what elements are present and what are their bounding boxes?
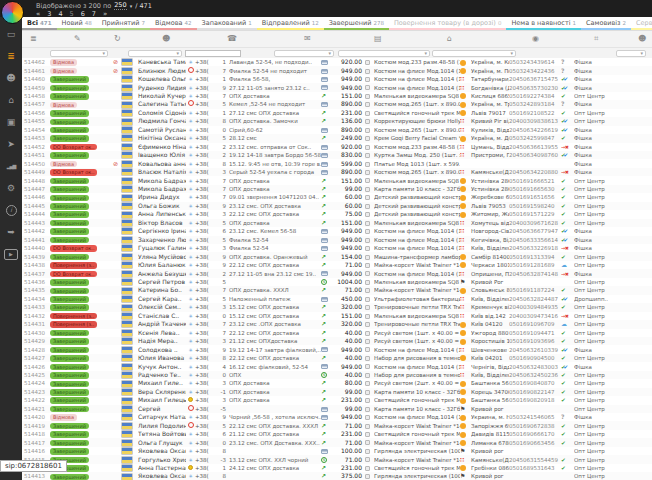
address-filter-select[interactable]: ▾ xyxy=(432,50,516,57)
manager-icon[interactable]: ☻ xyxy=(638,34,646,43)
order-row[interactable]: 514455ЗавершенийЛюдмила Гончарова✳+38(8О… xyxy=(22,117,652,125)
pager-page[interactable]: 7 xyxy=(92,10,96,18)
order-row[interactable]: 514458ЗавершенийНиколай Кучеренко✳+38(7О… xyxy=(22,92,652,100)
pager-page[interactable]: 3 xyxy=(47,10,51,18)
order-row[interactable]: 514428ЗавершенийСолодкова ..✳+38(919.12 … xyxy=(22,345,652,353)
phone-icon[interactable]: ☎ xyxy=(227,34,237,43)
order-row[interactable]: 514435ЗавершенийКатерина Бо..✳+38(7ОПХ д… xyxy=(22,286,652,294)
status-edit-icon[interactable]: ✎ xyxy=(74,34,81,43)
info-icon[interactable]: i xyxy=(0,199,22,221)
order-row[interactable]: 514443ЗавершенийВіктор Власов✳+38(5ОПХ д… xyxy=(22,219,652,227)
stats-icon[interactable]: ▂▄▆ xyxy=(0,155,22,177)
status-filter-select[interactable]: ▾ xyxy=(50,50,108,57)
tab-Всі[interactable]: Всі471 xyxy=(22,17,57,30)
tab-Повернення товару (в дорозі)[interactable]: Повернення товару (в дорозі)0 xyxy=(389,17,506,30)
order-row[interactable]: 514424ЗавершенийМихаил Гиле..✳+38(3ОПХ д… xyxy=(22,379,652,387)
pager-first-icon[interactable]: « xyxy=(36,10,40,18)
tab-Сервіси[interactable]: Сервіси0 xyxy=(631,17,652,30)
order-row[interactable]: 514449DO Возврат ок..Власюк Наталія ..✳+… xyxy=(22,168,652,176)
products-icon[interactable]: ⌂ xyxy=(447,34,452,43)
order-row[interactable]: 514462Відмова⊘Каневська Тамара ..✳+38(1Л… xyxy=(22,58,652,66)
order-row[interactable]: 514438Повернення (з..Юлия Баланюк✳+38(92… xyxy=(22,261,652,269)
sliders-icon[interactable]: ⚙ xyxy=(0,177,22,199)
order-row[interactable]: 514419ЗавершенийЛилия Подолинская+38(522… xyxy=(22,421,652,429)
send-icon[interactable]: ➤ xyxy=(0,133,22,155)
order-row[interactable]: 514441ЗавершенийЗахарченко Люба✳+38(5Фиа… xyxy=(22,236,652,244)
order-row[interactable]: 514420ВідмоваСитарчук Наталія Гр..✳+38(9… xyxy=(22,413,652,421)
order-row[interactable]: 514414ЗавершенийАнна Пастернак+38(124.12… xyxy=(22,464,652,472)
order-row[interactable]: 514423ЗавершенийВера Скляренко✳+38(-1ОПХ… xyxy=(22,388,652,396)
tab-Новий[interactable]: Новий48 xyxy=(57,17,97,30)
order-row[interactable]: 514413ЗавершенийЯковлева Оксана✳+38(8↗37… xyxy=(22,472,652,480)
order-row[interactable]: 514437DO Возврат ок..Анжела Безушко✳+38(… xyxy=(22,269,652,277)
order-row[interactable]: 514450Відмова⊘Ковальова анна✳+38(815.12.… xyxy=(22,159,652,167)
order-row[interactable]: 514459ЗавершенийРуденко Лидия Пав..✳+38(… xyxy=(22,83,652,91)
order-row[interactable]: 514425ЗавершенийРадченко Те..✳+38(0ОПХ$4… xyxy=(22,371,652,379)
order-row[interactable]: 514431Повернення (з..Андрій Ткаченко✳+38… xyxy=(22,320,652,328)
orders-list-icon[interactable]: ≣ xyxy=(0,45,22,67)
app-logo[interactable] xyxy=(1,1,24,24)
tab-Завершений[interactable]: Завершений278 xyxy=(324,17,389,30)
order-row[interactable]: 514444ЗавершенийАнна Липенська✳+38(322.1… xyxy=(22,210,652,218)
payment-icon[interactable]: ▤ xyxy=(374,34,382,43)
bank-icon[interactable]: ⌂ xyxy=(0,89,22,111)
order-row[interactable]: 514452DO Возврат ок..Єфименко Ніна✳+38(2… xyxy=(22,143,652,151)
clients-icon[interactable]: ☻ xyxy=(162,34,170,43)
pager-page[interactable]: 4 xyxy=(58,10,62,18)
chat-icon[interactable]: ➥ xyxy=(0,221,22,243)
pager-last-icon[interactable]: » xyxy=(103,10,107,18)
order-row[interactable]: 514439ЗавершенийУляна Мусійовська✳+38(9О… xyxy=(22,252,652,260)
order-row[interactable]: 514442ЗавершенийСергієнко Ірина✳+38(623.… xyxy=(22,227,652,235)
order-row[interactable]: 514457ВідмоваСалегина Татьяна С..+38(5Ке… xyxy=(22,100,652,108)
recall-icon[interactable]: ↻ xyxy=(114,34,121,43)
order-row[interactable]: 514460ЗавершенийКошелева Ольга Ар..✳+38(… xyxy=(22,75,652,83)
tab-Прийнятий[interactable]: Прийнятий7 xyxy=(97,17,150,30)
order-row[interactable]: 514440DO Возврат ок..Гуцалюк Галина✳+38(… xyxy=(22,244,652,252)
order-row[interactable]: 514461Відмова⊘Близнюк Людмила ..+38(7Фиа… xyxy=(22,66,652,74)
order-row[interactable]: 514427ЗавершенийЮлия Иванова✳+38(822.12 … xyxy=(22,354,652,362)
order-row[interactable]: 514415ЗавершенийГоргулько Христина..✳+38… xyxy=(22,455,652,463)
comments-icon[interactable]: ✉ xyxy=(304,34,311,43)
order-row[interactable]: 514429ЗавершенийНадія Мера..✳+38(321.12 … xyxy=(22,337,652,345)
product-filter-select[interactable]: ▾ xyxy=(338,50,430,57)
tab-Відправлений[interactable]: Відправлений12 xyxy=(257,17,324,30)
order-row[interactable]: 514433ЗавершенийОлексій Сем..✳+38(315.12… xyxy=(22,303,652,311)
order-row[interactable]: 514447ЗавершенийМикола Бадражан✳+38(7ОПХ… xyxy=(22,185,652,193)
page-size-dropdown[interactable]: 250 xyxy=(114,1,126,10)
order-row[interactable]: 514417ЗавершенийОльга Глущук✳+38(023.12 … xyxy=(22,438,652,446)
tab-Самовивіз[interactable]: Самовивіз2 xyxy=(581,17,631,30)
monitor-icon[interactable]: ▭ xyxy=(0,23,22,45)
phone-filter-input[interactable] xyxy=(185,50,241,57)
order-row[interactable]: 514418ЗавершенийТетяна Войтович✳+38(621.… xyxy=(22,430,652,438)
tab-Запакований[interactable]: Запакований1 xyxy=(197,17,257,30)
cart-icon[interactable]: ▣ xyxy=(0,111,22,133)
pager-page[interactable]: 5 xyxy=(70,10,74,18)
order-row[interactable]: 514421ЗавершенийСергей+38(-599.00Карта п… xyxy=(22,405,652,413)
order-row[interactable]: 514445ЗавершенийОльга Божик✳+38(923.12 с… xyxy=(22,202,652,210)
order-row[interactable]: 514446ЗавершенийИрина Дидух✳+38(709.01 з… xyxy=(22,193,652,201)
ttn-icon[interactable]: ⌗ xyxy=(594,34,599,44)
order-row[interactable]: 514451ЗавершенийІващенко Юлія✳+38(219.12… xyxy=(22,151,652,159)
tab-Нема в наявності[interactable]: Нема в наявності1 xyxy=(506,17,581,30)
rows-icon[interactable]: ≣ xyxy=(30,34,37,43)
payment-filter-select[interactable]: ▾ xyxy=(274,50,334,57)
order-row[interactable]: 514426ЗавершенийКучук Антон..✳+38(416.12… xyxy=(22,362,652,370)
order-row[interactable]: 514434ЗавершенийСергей Кара..✳+38(5Налож… xyxy=(22,295,652,303)
chevron-down-icon[interactable]: ▾ xyxy=(130,3,133,9)
pager-page[interactable]: 6 xyxy=(81,10,85,18)
order-row[interactable]: 514453ЗавершенийНікітіна Оксана Дми..✳+3… xyxy=(22,134,652,142)
order-row[interactable]: 514432Повернення (з..Станіслав С..✳+38(0… xyxy=(22,312,652,320)
order-row[interactable]: 514448ЗавершенийМикола Бадражан✳+38(7ОПХ… xyxy=(22,176,652,184)
address-icon[interactable]: ◉ xyxy=(532,34,539,43)
order-row[interactable]: 514436ЗавершенийСергей Петров✳+38(5$1004… xyxy=(22,278,652,286)
order-row[interactable]: 514456ЗавершенийСоломія Сідоніна✳+38(127… xyxy=(22,109,652,117)
client-filter-select[interactable]: ▾ xyxy=(128,50,182,57)
order-row[interactable]: 514454ЗавершенийСамотій Руслана Во..✳+38… xyxy=(22,126,652,134)
tab-Відмова[interactable]: Відмова42 xyxy=(150,17,196,30)
manager-filter-select[interactable]: ▾ xyxy=(616,50,646,57)
video-icon[interactable]: ▶ xyxy=(0,243,22,265)
order-row[interactable]: 514416ЗавершенийЯковлева Оксана✳+38(8100… xyxy=(22,447,652,455)
order-row[interactable]: 514430ЗавершенийКсенія Лева..✳+38(722.12… xyxy=(22,329,652,337)
users-icon[interactable]: ☻ xyxy=(0,67,22,89)
order-row[interactable]: 514422ЗавершенийМихаил Гилецький+38(3ОПХ… xyxy=(22,396,652,404)
